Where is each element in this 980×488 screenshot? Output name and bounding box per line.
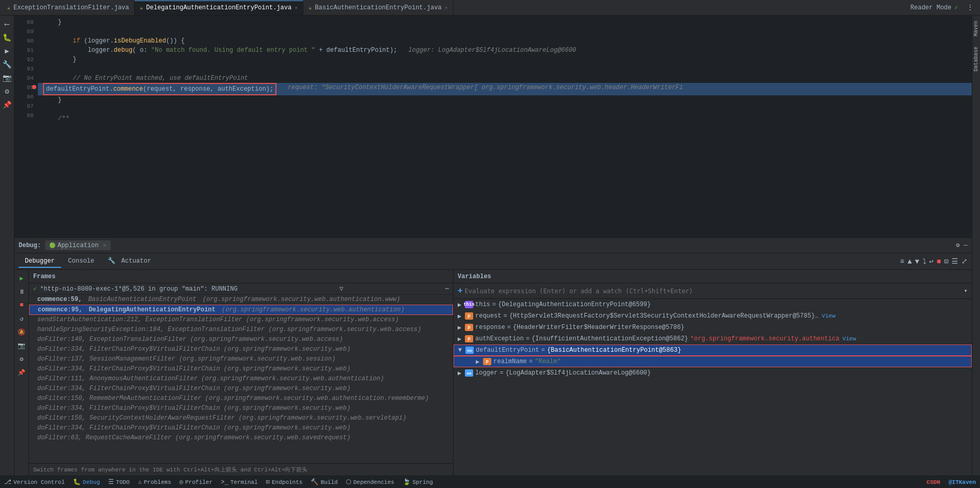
frame-row-9[interactable]: doFilter:334, FilterChainProxy$VirtualFi… — [29, 384, 453, 394]
toolbar-step-over[interactable]: ▲ — [908, 257, 912, 266]
settings2-icon[interactable]: ⚙ — [16, 353, 28, 365]
debug-tool[interactable]: 🐛 — [1, 31, 13, 44]
status-version-control[interactable]: ⎇ Version Control — [4, 478, 65, 486]
app-run-icon: 🟢 — [49, 242, 55, 249]
var-row-realm[interactable]: ▶ p realmName = "Realm" — [454, 356, 972, 367]
tab-close-btn[interactable]: ✕ — [295, 5, 298, 11]
var-expand-response[interactable]: ▶ — [458, 324, 465, 332]
var-view-auth[interactable]: View — [842, 336, 856, 342]
debug-app-close[interactable]: ✕ — [103, 241, 106, 249]
tab-label-3: BasicAuthenticationEntryPoint.java — [315, 4, 442, 11]
code-line-94: // No EntryPoint matched, use defaultEnt… — [38, 74, 972, 83]
toolbar-step-into[interactable]: ▼ — [915, 257, 919, 266]
var-expand-request[interactable]: ▶ — [458, 312, 465, 320]
console-tab[interactable]: Console — [62, 255, 100, 268]
maven-tab[interactable]: Maven — [972, 16, 980, 41]
frame-row-2[interactable]: sendStartAuthentication:212, ExceptionTr… — [29, 315, 453, 325]
var-expand-logger[interactable]: ▶ — [458, 369, 465, 377]
deps-label: Dependencies — [353, 479, 394, 485]
frame-row-11[interactable]: doFilter:334, FilterChainProxy$VirtualFi… — [29, 404, 453, 413]
rerun-icon[interactable]: ↺ — [16, 312, 28, 325]
tab-delegating-auth[interactable]: ☕ DelegatingAuthenticationEntryPoint.jav… — [135, 1, 303, 15]
frame-row-7[interactable]: doFilter:334, FilterChainProxy$VirtualFi… — [29, 364, 453, 374]
status-debug[interactable]: 🐛 Debug — [73, 478, 100, 486]
frame-row-14[interactable]: doFilter:63, RequestCacheAwareFilter (or… — [29, 433, 453, 443]
status-problems[interactable]: ⚠ Problems — [138, 478, 171, 486]
debug-settings-icon[interactable]: ⚙ — [956, 241, 960, 249]
bookmark-tool[interactable]: 📌 — [1, 98, 13, 111]
frame-row-3[interactable]: handleSpringSecurityException:184, Excep… — [29, 325, 453, 335]
stop-icon[interactable]: ■ — [16, 299, 28, 311]
var-row-this[interactable]: ▶ this this = {DelegatingAuthenticationE… — [454, 299, 972, 310]
settings-tool[interactable]: ⚙ — [1, 85, 13, 97]
camera-tool[interactable]: 📷 — [1, 71, 13, 84]
wrench-tool[interactable]: 🔧 — [1, 58, 13, 70]
camera-icon[interactable]: 📷 — [16, 339, 28, 352]
add-watch-icon[interactable]: + — [458, 286, 463, 296]
frame-row-5[interactable]: doFilter:334, FilterChainProxy$VirtualFi… — [29, 345, 453, 354]
frame-row-0[interactable]: commence:59, BasicAuthenticationEntryPoi… — [29, 295, 453, 305]
status-build[interactable]: 🔨 Build — [311, 478, 338, 486]
frame-row-8[interactable]: doFilter:111, AnonymousAuthenticationFil… — [29, 374, 453, 384]
frame-method-12: doFilter:158, SecurityContextHolderAware… — [37, 414, 406, 422]
tab-close-btn-2[interactable]: ✕ — [445, 5, 448, 11]
watch-dropdown[interactable]: ▾ — [964, 287, 968, 295]
frames-panel: Frames ✓ *http-nio-8080-exec-1*@5,526 in… — [29, 270, 454, 476]
tab-more-button[interactable]: ⋮ — [962, 3, 978, 12]
pin-icon[interactable]: 📌 — [16, 366, 28, 379]
toolbar-step-out[interactable]: ⤵ — [923, 257, 926, 266]
tab-basic-auth[interactable]: ☕ BasicAuthenticationEntryPoint.java ✕ — [303, 1, 454, 15]
pause-icon[interactable]: ⏸ — [16, 285, 28, 298]
debug-minimize-icon[interactable]: — — [964, 242, 968, 249]
toolbar-grid-icon[interactable]: ⊡ — [944, 257, 948, 266]
run-tool[interactable]: ▶ — [1, 45, 13, 57]
actuator-tab[interactable]: 🔧 Actuator — [101, 255, 157, 268]
reader-mode[interactable]: Reader Mode ✓ — [911, 4, 962, 11]
frame-class-1: DelegatingAuthenticationEntryPoint — [89, 306, 215, 313]
frame-row-1[interactable]: commence:95, DelegatingAuthenticationEnt… — [29, 305, 453, 315]
code-line-91: logger.debug( o: "No match found. Using … — [38, 46, 972, 55]
frame-row-13[interactable]: doFilter:334, FilterChainProxy$VirtualFi… — [29, 423, 453, 433]
resume-icon[interactable]: ▶ — [16, 272, 28, 284]
database-tab[interactable]: Database — [972, 41, 980, 77]
toolbar-stop-icon[interactable]: ■ — [937, 257, 941, 266]
frame-row-4[interactable]: doFilter:140, ExceptionTranslationFilter… — [29, 335, 453, 345]
eval-input[interactable] — [465, 288, 962, 295]
status-profiler[interactable]: ◎ Profiler — [180, 478, 213, 486]
status-spring[interactable]: 🍃 Spring — [403, 478, 433, 486]
var-expand-realm[interactable]: ▶ — [476, 358, 483, 366]
frame-row-12[interactable]: doFilter:158, SecurityContextHolderAware… — [29, 413, 453, 423]
toolbar-frames-icon[interactable]: ≡ — [900, 257, 904, 266]
var-row-default-ep[interactable]: ▼ oo defaultEntryPoint = {BasicAuthentic… — [454, 345, 972, 356]
var-value-auth: {InsufficientAuthenticationException@586… — [532, 335, 688, 342]
thread-more-icon[interactable]: ⋯ — [445, 285, 449, 293]
toolbar-expand-icon[interactable]: ⤢ — [961, 257, 968, 266]
var-expand-default[interactable]: ▼ — [458, 347, 465, 354]
status-endpoints[interactable]: ⊡ Endpoints — [266, 478, 303, 486]
nav-tool[interactable]: ⟵ — [1, 18, 13, 30]
frame-row-10[interactable]: doFilter:150, RememberMeAuthenticationFi… — [29, 394, 453, 404]
code-line-92: } — [38, 55, 972, 64]
vc-label: Version Control — [13, 479, 65, 485]
toolbar-run-cursor[interactable]: ↩ — [929, 257, 933, 266]
frame-row-6[interactable]: doFilter:137, SessionManagementFilter (o… — [29, 354, 453, 364]
status-dependencies[interactable]: ⬡ Dependencies — [346, 478, 394, 486]
var-value-response: {HeaderWriterFilter$HeaderWriterResponse… — [513, 324, 684, 331]
mute-icon[interactable]: 🔕 — [16, 326, 28, 338]
var-value-request: {HttpServlet3RequestFactory$Servlet3Secu… — [509, 312, 819, 320]
tab-exception-translation[interactable]: ☕ ExceptionTranslationFilter.java — [2, 1, 135, 15]
debug-app-session[interactable]: 🟢 Application ✕ — [45, 240, 110, 250]
var-view-request[interactable]: View — [822, 313, 835, 319]
var-expand-auth[interactable]: ▶ — [458, 335, 465, 343]
debugger-tab[interactable]: Debugger — [19, 255, 61, 268]
debug-label: Debug — [83, 479, 100, 485]
status-todo[interactable]: ☰ TODO — [108, 478, 129, 486]
toolbar-list-icon[interactable]: ☰ — [952, 257, 958, 266]
thread-filter-icon[interactable]: ▽ — [340, 285, 343, 293]
var-row-request[interactable]: ▶ p request = {HttpServlet3RequestFactor… — [454, 310, 972, 322]
var-row-authexception[interactable]: ▶ p authException = {InsufficientAuthent… — [454, 333, 972, 345]
var-row-logger[interactable]: ▶ oo logger = {LogAdapter$Slf4jLocationA… — [454, 367, 972, 379]
code-editor: 88 89 90 91 92 93 94 95 96 97 98 } if — [14, 16, 972, 237]
var-row-response[interactable]: ▶ p response = {HeaderWriterFilter$Heade… — [454, 322, 972, 333]
status-terminal[interactable]: >_ Terminal — [221, 479, 258, 486]
